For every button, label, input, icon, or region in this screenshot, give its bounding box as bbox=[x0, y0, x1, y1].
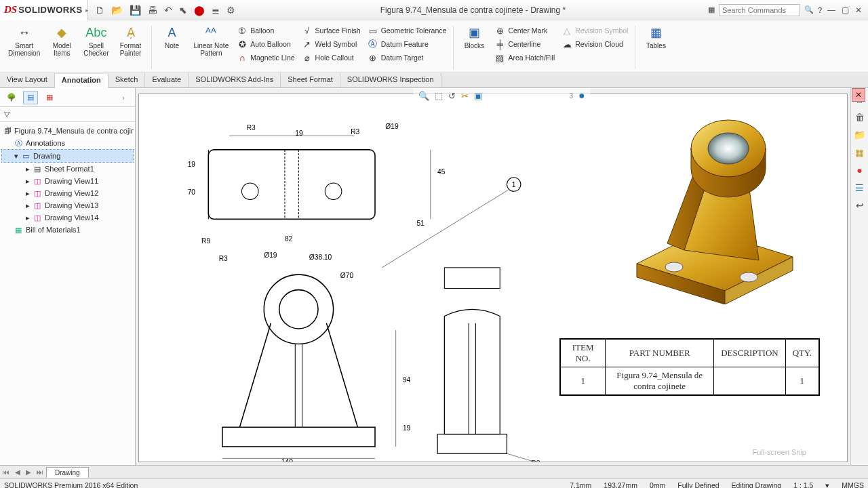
note-button[interactable]: ANote bbox=[156, 23, 189, 51]
close-document-button[interactable]: ✕ bbox=[852, 88, 865, 102]
sheet-tab-strip: ⏮ ◀ ▶ ⏭ Drawing bbox=[0, 465, 868, 479]
restore-button[interactable]: ▢ bbox=[840, 5, 850, 15]
appearances-icon[interactable]: ● bbox=[854, 164, 866, 176]
tree-annotations[interactable]: ⒶAnnotations bbox=[1, 137, 134, 149]
search-icon[interactable]: 🔍 bbox=[804, 5, 814, 14]
svg-rect-34 bbox=[444, 268, 500, 289]
zoom-area-icon[interactable]: ⬚ bbox=[435, 91, 443, 101]
open-icon[interactable]: 📂 bbox=[111, 5, 123, 16]
model-items-button[interactable]: ◆Model Items bbox=[45, 23, 78, 58]
smart-dimension-button[interactable]: ↔Smart Dimension bbox=[4, 23, 44, 58]
tables-button[interactable]: ▦Tables bbox=[639, 23, 672, 51]
resources-icon[interactable]: 🗑 bbox=[854, 111, 866, 123]
select-icon[interactable]: ⬉ bbox=[179, 5, 187, 16]
svg-rect-23 bbox=[222, 427, 375, 447]
hole-icon: ⌀ bbox=[302, 52, 313, 63]
svg-text:1: 1 bbox=[512, 181, 516, 188]
forum-icon[interactable]: ↩ bbox=[854, 199, 866, 211]
bom-row[interactable]: 1 Figura 9.74_Mensula de contra cojinete… bbox=[561, 367, 819, 395]
prev-view-icon[interactable]: ↺ bbox=[448, 91, 456, 101]
print-icon[interactable]: 🖶 bbox=[148, 5, 157, 16]
view-palette-icon[interactable]: ▦ bbox=[854, 146, 866, 159]
section-icon[interactable]: ✂ bbox=[461, 91, 469, 101]
tree-view11[interactable]: ▸◫Drawing View11 bbox=[1, 175, 134, 187]
bom-icon: ▦ bbox=[14, 225, 23, 235]
drawing-canvas-wrap: 🔍 ⬚ ↺ ✂ ▣ 3 ● R3 19 bbox=[136, 88, 868, 465]
tree-view13[interactable]: ▸◫Drawing View13 bbox=[1, 199, 134, 211]
sheet-nav-last[interactable]: ⏭ bbox=[34, 468, 46, 476]
centerline-icon: ╪ bbox=[494, 39, 505, 49]
blocks-button[interactable]: ▣Blocks bbox=[458, 23, 490, 51]
revision-symbol-button[interactable]: △Revision Symbol bbox=[559, 24, 631, 37]
options-icon[interactable]: ≣ bbox=[212, 5, 220, 16]
status-scale-dropdown-icon[interactable]: ▾ bbox=[825, 481, 829, 489]
new-icon[interactable]: 🗋 bbox=[95, 5, 104, 16]
hole-callout-button[interactable]: ⌀Hole Callout bbox=[299, 52, 363, 64]
status-scale[interactable]: 1 : 1.5 bbox=[793, 481, 813, 489]
revision-cloud-button[interactable]: ☁Revision Cloud bbox=[559, 38, 631, 50]
filter-icon[interactable]: ▽ bbox=[0, 107, 135, 122]
area-hatch-button[interactable]: ▨Area Hatch/Fill bbox=[492, 52, 557, 64]
app-logo[interactable]: DS SOLIDWORKS ▸ bbox=[0, 0, 88, 20]
svg-point-2 bbox=[325, 183, 342, 200]
property-tab[interactable]: ▤ bbox=[23, 91, 38, 104]
manager-tabs: 🌳 ▤ ▦ › bbox=[0, 88, 135, 107]
tab-addins[interactable]: SOLIDWORKS Add-Ins bbox=[189, 73, 281, 87]
tab-sheet-format[interactable]: Sheet Format bbox=[281, 73, 340, 87]
datum-target-button[interactable]: ⊕Datum Target bbox=[365, 52, 450, 64]
close-button[interactable]: ✕ bbox=[853, 5, 864, 15]
magnetic-line-button[interactable]: ∩Magnetic Line bbox=[234, 52, 297, 64]
sheet-nav-first[interactable]: ⏮ bbox=[0, 468, 12, 476]
svg-text:19: 19 bbox=[295, 129, 303, 137]
center-mark-button[interactable]: ⊕Center Mark bbox=[492, 24, 557, 37]
tree-bom[interactable]: ▦Bill of Materials1 bbox=[1, 224, 134, 236]
tab-view-layout[interactable]: View Layout bbox=[0, 73, 55, 87]
view-sphere-icon[interactable]: ● bbox=[578, 89, 585, 102]
save-icon[interactable]: 💾 bbox=[130, 5, 141, 16]
tree-view12[interactable]: ▸◫Drawing View12 bbox=[1, 187, 134, 199]
datum-feature-button[interactable]: ⒶDatum Feature bbox=[365, 38, 450, 50]
auto-balloon-button[interactable]: ✪Auto Balloon bbox=[234, 38, 297, 50]
model-items-icon: ◆ bbox=[54, 24, 70, 41]
display-style-icon[interactable]: ▣ bbox=[474, 91, 482, 101]
sheet-nav-next[interactable]: ▶ bbox=[23, 468, 34, 476]
rev-symbol-icon: △ bbox=[561, 25, 572, 36]
sheet-tab[interactable]: Drawing bbox=[46, 467, 89, 478]
zoom-fit-icon[interactable]: 🔍 bbox=[418, 91, 429, 101]
library-icon[interactable]: 📁 bbox=[854, 129, 866, 141]
help-icon[interactable]: ? bbox=[818, 6, 822, 14]
undo-icon[interactable]: ↶ bbox=[164, 5, 172, 16]
centerline-button[interactable]: ╪Centerline bbox=[492, 38, 557, 50]
blocks-icon: ▣ bbox=[466, 24, 482, 41]
search-toggle-icon[interactable]: ▦ bbox=[708, 5, 715, 14]
expand-icon[interactable]: › bbox=[116, 91, 131, 104]
config-tab[interactable]: ▦ bbox=[42, 91, 57, 104]
gear-icon[interactable]: ⚙ bbox=[226, 5, 235, 16]
tab-sketch[interactable]: Sketch bbox=[108, 73, 146, 87]
geo-tolerance-button[interactable]: ▭Geometric Tolerance bbox=[365, 24, 450, 37]
tab-annotation[interactable]: Annotation bbox=[55, 74, 108, 88]
minimize-button[interactable]: ― bbox=[826, 5, 837, 15]
tree-sheet-format[interactable]: ▸▤Sheet Format1 bbox=[1, 163, 134, 175]
view-icon: ◫ bbox=[33, 201, 42, 210]
linear-note-button[interactable]: ᴬᴬLinear Note Pattern bbox=[190, 23, 233, 58]
balloon-button[interactable]: ①Balloon bbox=[234, 24, 297, 37]
tree-view14[interactable]: ▸◫Drawing View14 bbox=[1, 211, 134, 224]
rebuild-icon[interactable]: ⬤ bbox=[194, 5, 205, 16]
tab-inspection[interactable]: SOLIDWORKS Inspection bbox=[340, 73, 441, 87]
sheet-nav-prev[interactable]: ◀ bbox=[12, 468, 23, 476]
svg-text:19: 19 bbox=[403, 424, 411, 432]
surface-finish-button[interactable]: √Surface Finish bbox=[299, 24, 363, 37]
drawing-sheet[interactable]: R3 19 R3 Ø19 19 70 45 51 R9 R3 Ø19 82 Ø3… bbox=[138, 94, 848, 462]
format-painter-button[interactable]: ẠFormat Painter bbox=[115, 23, 147, 58]
spell-checker-button[interactable]: AbcSpell Checker bbox=[79, 23, 113, 58]
search-input[interactable] bbox=[719, 4, 800, 16]
weld-symbol-button[interactable]: ↗Weld Symbol bbox=[299, 38, 363, 50]
status-units[interactable]: MMGS bbox=[842, 481, 864, 489]
tab-evaluate[interactable]: Evaluate bbox=[145, 73, 189, 87]
bom-table[interactable]: ITEM NO. PART NUMBER DESCRIPTION QTY. 1 … bbox=[559, 338, 820, 396]
tree-root[interactable]: 🗐Figura 9.74_Mensula de contra cojin bbox=[1, 125, 134, 137]
feature-tree-tab[interactable]: 🌳 bbox=[4, 91, 19, 104]
custom-props-icon[interactable]: ☰ bbox=[854, 182, 866, 194]
tree-drawing[interactable]: ▾▭Drawing bbox=[1, 149, 134, 163]
